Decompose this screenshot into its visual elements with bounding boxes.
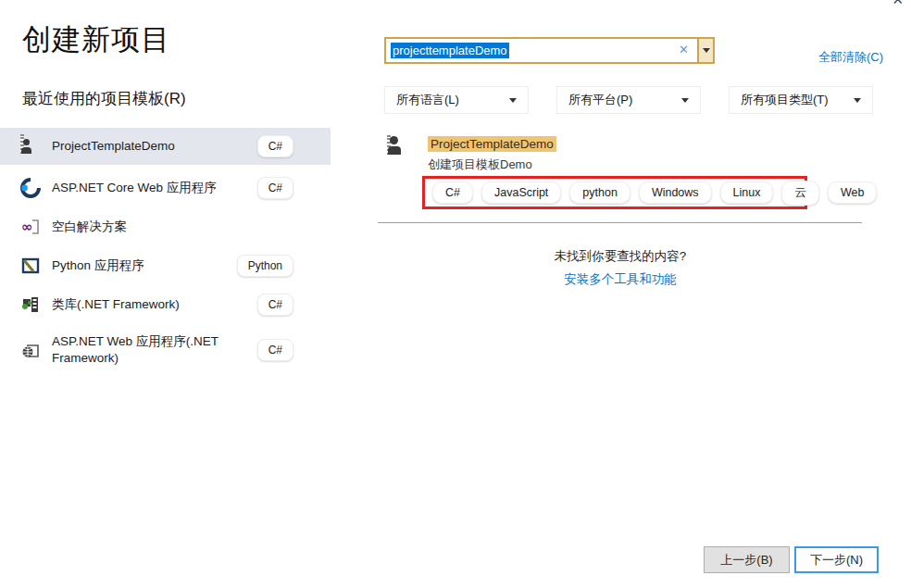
- template-description: 创建项目模板Demo: [428, 156, 532, 173]
- recent-item-aspnet-web[interactable]: ASP.NET Web 应用程序(.NET Framework) C#: [0, 328, 331, 372]
- language-badge: C#: [257, 177, 293, 199]
- tag-windows[interactable]: Windows: [639, 181, 712, 204]
- blank-solution-icon: ∞: [20, 217, 41, 237]
- tag-python[interactable]: python: [569, 181, 630, 204]
- aspnet-web-icon: [20, 340, 41, 360]
- recent-item-label: ProjectTemplateDemo: [52, 138, 175, 155]
- page-title: 创建新项目: [22, 20, 170, 59]
- search-control: projecttemplateDemo ✕: [384, 37, 715, 64]
- not-found-message: 未找到你要查找的内容?: [379, 248, 862, 265]
- clear-search-icon[interactable]: ✕: [679, 43, 689, 56]
- back-button[interactable]: 上一步(B): [704, 546, 790, 573]
- template-tags-annotation-box: C# JavaScript python Windows Linux 云 Web: [422, 176, 807, 209]
- recent-item-label: Python 应用程序: [52, 257, 144, 274]
- next-button[interactable]: 下一步(N): [794, 546, 879, 573]
- tag-web[interactable]: Web: [828, 181, 877, 204]
- tag-cloud[interactable]: 云: [781, 181, 819, 206]
- project-type-filter-value: 所有项目类型(T): [741, 92, 829, 108]
- recent-item-class-library[interactable]: 类库(.NET Framework) C#: [0, 289, 331, 320]
- language-filter-dropdown[interactable]: 所有语言(L): [384, 86, 529, 114]
- recent-item-aspnet-core-web[interactable]: ASP.NET Core Web 应用程序 C#: [0, 172, 331, 204]
- install-tools-link[interactable]: 安装多个工具和功能: [379, 271, 862, 288]
- create-new-project-dialog: ✕ 创建新项目 最近使用的项目模板(R) ProjectTemplateDemo…: [0, 0, 911, 588]
- template-title-highlighted: ProjectTemplateDemo: [428, 136, 556, 152]
- recent-item-blank-solution[interactable]: ∞ 空白解决方案: [0, 211, 331, 243]
- python-app-icon: [20, 256, 41, 276]
- tag-linux[interactable]: Linux: [720, 181, 774, 204]
- recent-item-label: ASP.NET Core Web 应用程序: [52, 180, 217, 196]
- chevron-down-icon: [509, 98, 517, 103]
- not-found-block: 未找到你要查找的内容? 安装多个工具和功能: [379, 248, 862, 288]
- language-filter-value: 所有语言(L): [396, 92, 459, 108]
- recent-item-label: 类库(.NET Framework): [52, 296, 180, 313]
- class-library-icon: [20, 294, 41, 315]
- project-type-filter-dropdown[interactable]: 所有项目类型(T): [729, 86, 873, 114]
- language-badge: C#: [257, 135, 293, 157]
- recent-item-projecttemplatedemo[interactable]: ProjectTemplateDemo C#: [0, 128, 331, 165]
- recent-templates-list: ProjectTemplateDemo C# ASP.NET Core Web …: [0, 128, 331, 380]
- chevron-down-icon: [703, 48, 710, 53]
- project-template-icon: [20, 136, 41, 156]
- platform-filter-dropdown[interactable]: 所有平台(P): [556, 86, 701, 114]
- tag-csharp[interactable]: C#: [432, 181, 473, 204]
- search-history-dropdown-button[interactable]: [697, 39, 713, 62]
- results-divider: [378, 222, 862, 223]
- chevron-down-icon: [854, 98, 861, 103]
- recent-item-python-app[interactable]: Python 应用程序 Python: [0, 250, 331, 281]
- tag-javascript[interactable]: JavaScript: [481, 181, 561, 204]
- search-input-selected-text: projecttemplateDemo: [391, 43, 509, 58]
- platform-filter-value: 所有平台(P): [568, 92, 632, 108]
- recent-templates-heading: 最近使用的项目模板(R): [22, 88, 186, 109]
- clear-all-link[interactable]: 全部清除(C): [818, 49, 883, 66]
- language-badge: Python: [237, 255, 293, 277]
- close-icon[interactable]: ✕: [892, 0, 904, 8]
- language-badge: C#: [257, 339, 293, 361]
- recent-item-label: ASP.NET Web 应用程序(.NET Framework): [52, 333, 251, 367]
- aspnet-core-icon: [20, 178, 41, 198]
- svg-text:∞: ∞: [21, 219, 33, 235]
- project-template-icon: [387, 137, 391, 154]
- chevron-down-icon: [681, 98, 689, 103]
- language-badge: C#: [257, 294, 293, 316]
- recent-item-label: 空白解决方案: [52, 219, 127, 235]
- search-input[interactable]: projecttemplateDemo ✕: [386, 39, 697, 62]
